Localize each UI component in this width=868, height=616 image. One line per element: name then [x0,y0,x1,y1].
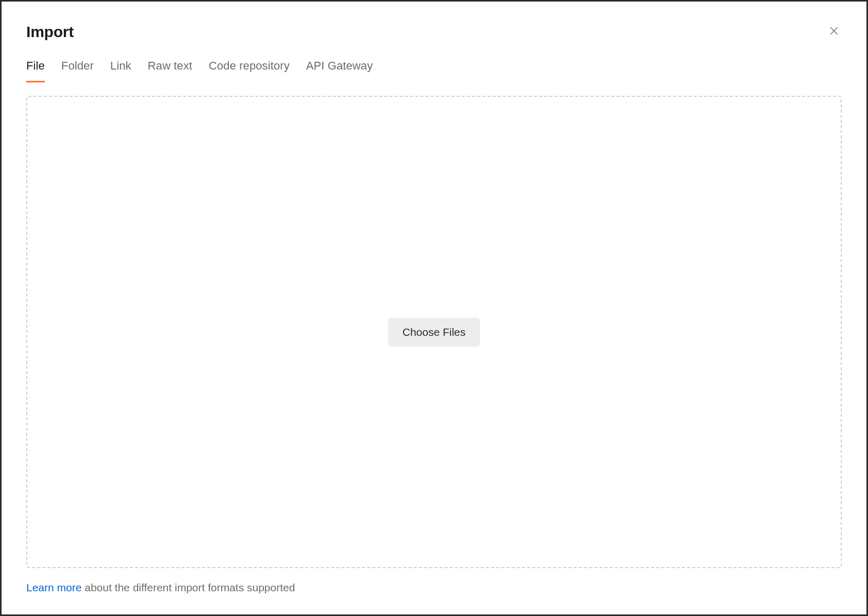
file-dropzone[interactable]: Choose Files [26,96,842,568]
modal-header: Import [26,23,842,41]
tab-file[interactable]: File [26,59,45,82]
modal-title: Import [26,23,74,41]
learn-more-link[interactable]: Learn more [26,581,81,593]
tabs: File Folder Link Raw text Code repositor… [26,59,842,82]
close-button[interactable] [826,23,842,40]
tab-link[interactable]: Link [110,59,131,82]
tab-raw-text[interactable]: Raw text [148,59,192,82]
import-modal: Import File Folder Link Raw text Code re… [0,0,868,616]
tab-code-repository[interactable]: Code repository [209,59,290,82]
footer-rest: about the different import formats suppo… [81,581,295,593]
tab-api-gateway[interactable]: API Gateway [306,59,373,82]
close-icon [828,25,840,38]
footer-text: Learn more about the different import fo… [26,581,842,594]
tab-folder[interactable]: Folder [61,59,94,82]
choose-files-button[interactable]: Choose Files [388,318,480,347]
